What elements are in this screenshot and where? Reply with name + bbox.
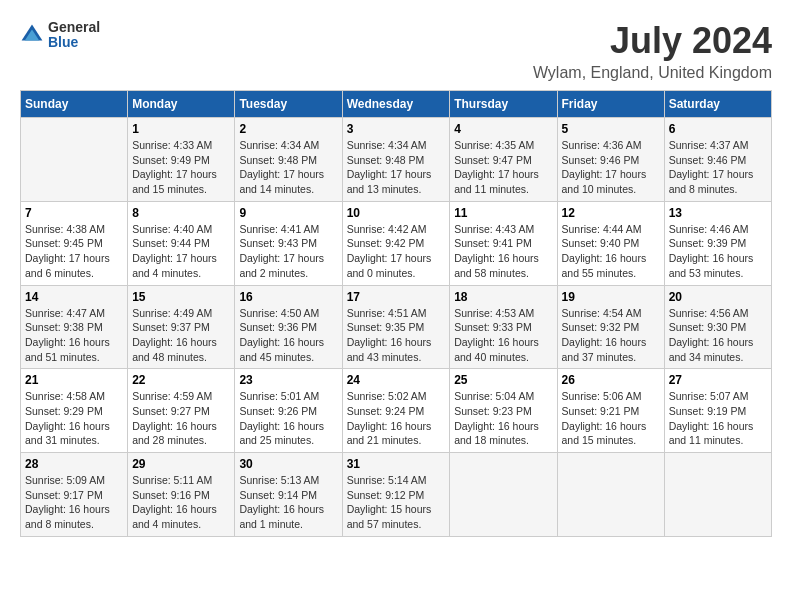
day-cell: [664, 453, 771, 537]
day-number: 28: [25, 457, 123, 471]
day-cell: [557, 453, 664, 537]
day-cell: 13Sunrise: 4:46 AMSunset: 9:39 PMDayligh…: [664, 201, 771, 285]
header-row: Sunday Monday Tuesday Wednesday Thursday…: [21, 91, 772, 118]
week-row-3: 14Sunrise: 4:47 AMSunset: 9:38 PMDayligh…: [21, 285, 772, 369]
day-number: 13: [669, 206, 767, 220]
day-cell: 7Sunrise: 4:38 AMSunset: 9:45 PMDaylight…: [21, 201, 128, 285]
day-cell: 3Sunrise: 4:34 AMSunset: 9:48 PMDaylight…: [342, 118, 450, 202]
day-cell: 15Sunrise: 4:49 AMSunset: 9:37 PMDayligh…: [128, 285, 235, 369]
cell-info: Sunrise: 4:40 AMSunset: 9:44 PMDaylight:…: [132, 223, 217, 279]
day-number: 6: [669, 122, 767, 136]
day-cell: 27Sunrise: 5:07 AMSunset: 9:19 PMDayligh…: [664, 369, 771, 453]
logo: General Blue: [20, 20, 100, 51]
cell-info: Sunrise: 5:01 AMSunset: 9:26 PMDaylight:…: [239, 390, 324, 446]
day-cell: 24Sunrise: 5:02 AMSunset: 9:24 PMDayligh…: [342, 369, 450, 453]
day-cell: 12Sunrise: 4:44 AMSunset: 9:40 PMDayligh…: [557, 201, 664, 285]
day-cell: 8Sunrise: 4:40 AMSunset: 9:44 PMDaylight…: [128, 201, 235, 285]
day-number: 25: [454, 373, 552, 387]
cell-info: Sunrise: 4:41 AMSunset: 9:43 PMDaylight:…: [239, 223, 324, 279]
cell-info: Sunrise: 5:02 AMSunset: 9:24 PMDaylight:…: [347, 390, 432, 446]
day-number: 18: [454, 290, 552, 304]
day-number: 17: [347, 290, 446, 304]
day-number: 15: [132, 290, 230, 304]
cell-info: Sunrise: 4:56 AMSunset: 9:30 PMDaylight:…: [669, 307, 754, 363]
day-cell: 26Sunrise: 5:06 AMSunset: 9:21 PMDayligh…: [557, 369, 664, 453]
header-thursday: Thursday: [450, 91, 557, 118]
day-number: 27: [669, 373, 767, 387]
day-cell: 1Sunrise: 4:33 AMSunset: 9:49 PMDaylight…: [128, 118, 235, 202]
logo-blue-label: Blue: [48, 35, 100, 50]
calendar-table: Sunday Monday Tuesday Wednesday Thursday…: [20, 90, 772, 537]
subtitle: Wylam, England, United Kingdom: [533, 64, 772, 82]
cell-info: Sunrise: 4:34 AMSunset: 9:48 PMDaylight:…: [239, 139, 324, 195]
cell-info: Sunrise: 4:44 AMSunset: 9:40 PMDaylight:…: [562, 223, 647, 279]
day-cell: 23Sunrise: 5:01 AMSunset: 9:26 PMDayligh…: [235, 369, 342, 453]
cell-info: Sunrise: 4:50 AMSunset: 9:36 PMDaylight:…: [239, 307, 324, 363]
day-number: 21: [25, 373, 123, 387]
day-cell: 6Sunrise: 4:37 AMSunset: 9:46 PMDaylight…: [664, 118, 771, 202]
day-number: 10: [347, 206, 446, 220]
cell-info: Sunrise: 5:07 AMSunset: 9:19 PMDaylight:…: [669, 390, 754, 446]
day-cell: 20Sunrise: 4:56 AMSunset: 9:30 PMDayligh…: [664, 285, 771, 369]
cell-info: Sunrise: 4:34 AMSunset: 9:48 PMDaylight:…: [347, 139, 432, 195]
day-cell: 19Sunrise: 4:54 AMSunset: 9:32 PMDayligh…: [557, 285, 664, 369]
calendar-header: Sunday Monday Tuesday Wednesday Thursday…: [21, 91, 772, 118]
day-cell: 11Sunrise: 4:43 AMSunset: 9:41 PMDayligh…: [450, 201, 557, 285]
cell-info: Sunrise: 4:33 AMSunset: 9:49 PMDaylight:…: [132, 139, 217, 195]
cell-info: Sunrise: 4:51 AMSunset: 9:35 PMDaylight:…: [347, 307, 432, 363]
day-cell: [21, 118, 128, 202]
day-number: 16: [239, 290, 337, 304]
calendar-body: 1Sunrise: 4:33 AMSunset: 9:49 PMDaylight…: [21, 118, 772, 537]
day-number: 29: [132, 457, 230, 471]
day-cell: 5Sunrise: 4:36 AMSunset: 9:46 PMDaylight…: [557, 118, 664, 202]
cell-info: Sunrise: 5:06 AMSunset: 9:21 PMDaylight:…: [562, 390, 647, 446]
day-number: 9: [239, 206, 337, 220]
cell-info: Sunrise: 4:38 AMSunset: 9:45 PMDaylight:…: [25, 223, 110, 279]
day-number: 12: [562, 206, 660, 220]
day-cell: 30Sunrise: 5:13 AMSunset: 9:14 PMDayligh…: [235, 453, 342, 537]
day-cell: [450, 453, 557, 537]
day-cell: 25Sunrise: 5:04 AMSunset: 9:23 PMDayligh…: [450, 369, 557, 453]
cell-info: Sunrise: 4:35 AMSunset: 9:47 PMDaylight:…: [454, 139, 539, 195]
day-cell: 2Sunrise: 4:34 AMSunset: 9:48 PMDaylight…: [235, 118, 342, 202]
day-number: 20: [669, 290, 767, 304]
cell-info: Sunrise: 4:47 AMSunset: 9:38 PMDaylight:…: [25, 307, 110, 363]
day-cell: 4Sunrise: 4:35 AMSunset: 9:47 PMDaylight…: [450, 118, 557, 202]
day-cell: 16Sunrise: 4:50 AMSunset: 9:36 PMDayligh…: [235, 285, 342, 369]
header-saturday: Saturday: [664, 91, 771, 118]
day-cell: 17Sunrise: 4:51 AMSunset: 9:35 PMDayligh…: [342, 285, 450, 369]
cell-info: Sunrise: 5:11 AMSunset: 9:16 PMDaylight:…: [132, 474, 217, 530]
week-row-4: 21Sunrise: 4:58 AMSunset: 9:29 PMDayligh…: [21, 369, 772, 453]
day-number: 19: [562, 290, 660, 304]
day-number: 22: [132, 373, 230, 387]
logo-text: General Blue: [48, 20, 100, 51]
cell-info: Sunrise: 4:37 AMSunset: 9:46 PMDaylight:…: [669, 139, 754, 195]
day-cell: 31Sunrise: 5:14 AMSunset: 9:12 PMDayligh…: [342, 453, 450, 537]
day-number: 23: [239, 373, 337, 387]
header-friday: Friday: [557, 91, 664, 118]
day-number: 31: [347, 457, 446, 471]
cell-info: Sunrise: 4:54 AMSunset: 9:32 PMDaylight:…: [562, 307, 647, 363]
cell-info: Sunrise: 4:59 AMSunset: 9:27 PMDaylight:…: [132, 390, 217, 446]
logo-general-label: General: [48, 20, 100, 35]
day-number: 30: [239, 457, 337, 471]
title-block: July 2024 Wylam, England, United Kingdom: [533, 20, 772, 82]
cell-info: Sunrise: 4:42 AMSunset: 9:42 PMDaylight:…: [347, 223, 432, 279]
day-number: 5: [562, 122, 660, 136]
day-cell: 18Sunrise: 4:53 AMSunset: 9:33 PMDayligh…: [450, 285, 557, 369]
day-cell: 10Sunrise: 4:42 AMSunset: 9:42 PMDayligh…: [342, 201, 450, 285]
day-number: 4: [454, 122, 552, 136]
day-number: 7: [25, 206, 123, 220]
day-number: 1: [132, 122, 230, 136]
cell-info: Sunrise: 4:58 AMSunset: 9:29 PMDaylight:…: [25, 390, 110, 446]
day-number: 2: [239, 122, 337, 136]
week-row-5: 28Sunrise: 5:09 AMSunset: 9:17 PMDayligh…: [21, 453, 772, 537]
week-row-2: 7Sunrise: 4:38 AMSunset: 9:45 PMDaylight…: [21, 201, 772, 285]
header-wednesday: Wednesday: [342, 91, 450, 118]
cell-info: Sunrise: 4:49 AMSunset: 9:37 PMDaylight:…: [132, 307, 217, 363]
day-cell: 14Sunrise: 4:47 AMSunset: 9:38 PMDayligh…: [21, 285, 128, 369]
cell-info: Sunrise: 5:14 AMSunset: 9:12 PMDaylight:…: [347, 474, 432, 530]
day-cell: 9Sunrise: 4:41 AMSunset: 9:43 PMDaylight…: [235, 201, 342, 285]
cell-info: Sunrise: 5:04 AMSunset: 9:23 PMDaylight:…: [454, 390, 539, 446]
cell-info: Sunrise: 5:13 AMSunset: 9:14 PMDaylight:…: [239, 474, 324, 530]
